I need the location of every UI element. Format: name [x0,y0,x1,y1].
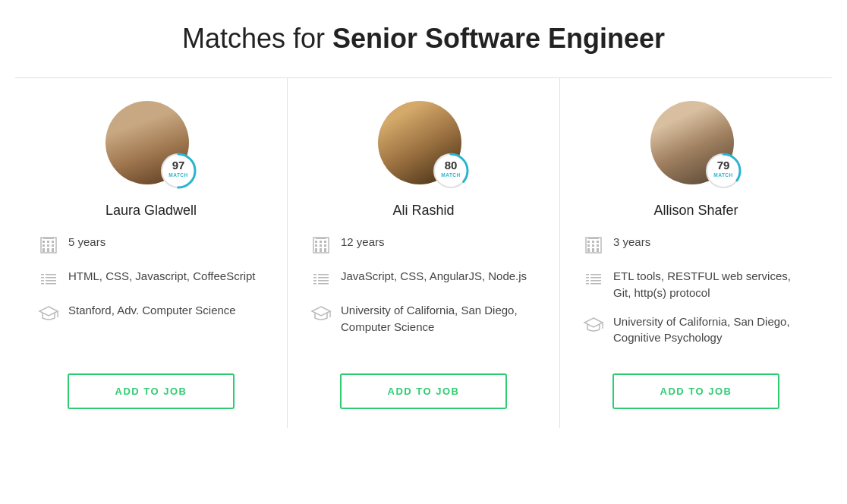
building-icon-ali [310,235,332,256]
candidate-card-allison: 79 MATCH Allison Shafer [560,78,832,428]
avatar-wrapper-allison: 79 MATCH [650,101,742,192]
svg-rect-41 [313,277,316,279]
skills-icon-laura [38,269,59,290]
svg-rect-68 [590,274,601,276]
add-to-job-button-ali[interactable]: ADD TO JOB [340,373,507,409]
skills-icon-ali [310,269,332,290]
svg-rect-31 [315,241,317,243]
svg-rect-56 [587,241,590,243]
svg-rect-20 [46,280,56,282]
svg-text:79: 79 [717,159,730,172]
experience-section-ali: 12 years [310,234,537,256]
svg-rect-63 [592,248,594,252]
skills-icon-allison [583,269,604,290]
svg-rect-67 [586,280,589,282]
add-to-job-button-allison[interactable]: ADD TO JOB [612,373,779,409]
education-section-laura: Stanford, Adv. Computer Science [38,302,264,324]
svg-rect-13 [47,248,49,252]
svg-rect-70 [590,280,601,282]
add-to-job-button-laura[interactable]: ADD TO JOB [68,373,235,409]
svg-rect-21 [41,283,44,285]
skills-section-allison: ETL tools, RESTFUL web services, Git, ht… [583,268,809,301]
cards-container: 97 MATCH Laura Gladwell [15,77,832,428]
svg-rect-6 [43,241,45,243]
svg-text:MATCH: MATCH [441,172,461,178]
experience-text-allison: 3 years [613,234,650,250]
svg-rect-57 [592,241,594,243]
svg-rect-69 [590,277,601,279]
svg-rect-43 [318,274,329,276]
svg-rect-45 [318,280,329,282]
experience-text-ali: 12 years [341,234,385,250]
education-section-allison: University of California, San Diego, Cog… [583,313,809,347]
svg-text:MATCH: MATCH [168,172,188,178]
building-icon-laura [38,235,59,256]
candidate-name-allison: Allison Shafer [653,203,738,219]
education-text-allison: University of California, San Diego, Cog… [613,313,809,347]
match-badge-laura: 97 MATCH [159,151,198,191]
svg-rect-19 [46,277,56,279]
svg-rect-38 [320,248,322,252]
svg-rect-66 [586,277,589,279]
experience-section-allison: 3 years [583,234,809,256]
svg-rect-60 [592,244,594,247]
svg-rect-12 [43,248,45,252]
education-icon-ali [310,303,332,324]
svg-rect-59 [587,244,590,247]
svg-rect-47 [318,283,329,285]
svg-text:97: 97 [172,159,185,172]
svg-rect-9 [43,244,45,247]
skills-text-ali: JavaScript, CSS, AngularJS, Node.js [341,268,527,285]
svg-rect-55 [588,238,599,239]
svg-rect-10 [47,244,49,247]
page-title: Matches for Senior Software Engineer [15,23,832,55]
education-icon-allison [583,314,604,335]
svg-rect-58 [597,241,599,243]
svg-rect-36 [324,244,326,247]
avatar-wrapper-laura: 97 MATCH [105,101,197,192]
svg-rect-7 [47,241,49,243]
svg-rect-18 [46,274,56,276]
svg-rect-40 [313,274,316,276]
svg-rect-64 [597,248,599,252]
match-badge-allison: 79 MATCH [704,151,743,191]
add-to-job-section-ali: ADD TO JOB [310,358,537,409]
svg-text:80: 80 [445,159,458,172]
svg-rect-71 [586,283,589,285]
candidate-name-laura: Laura Gladwell [105,203,197,219]
experience-section-laura: 5 years [38,234,264,256]
svg-rect-8 [52,241,54,243]
skills-text-allison: ETL tools, RESTFUL web services, Git, ht… [613,268,809,301]
education-section-ali: University of California, San Diego, Com… [310,302,537,335]
svg-rect-15 [41,274,44,276]
skills-text-laura: HTML, CSS, Javascript, CoffeeScript [68,268,255,285]
svg-rect-65 [586,274,589,276]
svg-rect-14 [52,248,54,252]
skills-section-laura: HTML, CSS, Javascript, CoffeeScript [38,268,264,290]
svg-rect-39 [324,248,326,252]
svg-rect-34 [315,244,317,247]
building-icon-allison [583,235,604,256]
skills-section-ali: JavaScript, CSS, AngularJS, Node.js [310,268,537,290]
svg-text:MATCH: MATCH [713,172,733,178]
education-text-ali: University of California, San Diego, Com… [341,302,537,335]
education-text-laura: Stanford, Adv. Computer Science [68,302,236,319]
svg-rect-72 [590,283,601,285]
svg-rect-61 [597,244,599,247]
svg-rect-32 [320,241,322,243]
education-icon-laura [38,303,59,324]
candidate-card-ali: 80 MATCH Ali Rashid [288,78,560,428]
avatar-wrapper-ali: 80 MATCH [378,101,469,192]
title-bold: Senior Software Engineer [332,23,665,54]
svg-rect-5 [43,238,54,239]
svg-rect-17 [41,280,44,282]
experience-text-laura: 5 years [68,234,105,250]
svg-rect-46 [313,283,316,285]
svg-rect-35 [320,244,322,247]
svg-rect-30 [316,238,326,239]
match-badge-ali: 80 MATCH [431,151,471,191]
svg-rect-16 [41,277,44,279]
candidate-name-ali: Ali Rashid [392,203,454,219]
add-to-job-section-laura: ADD TO JOB [38,358,264,409]
title-prefix: Matches for [182,23,332,54]
